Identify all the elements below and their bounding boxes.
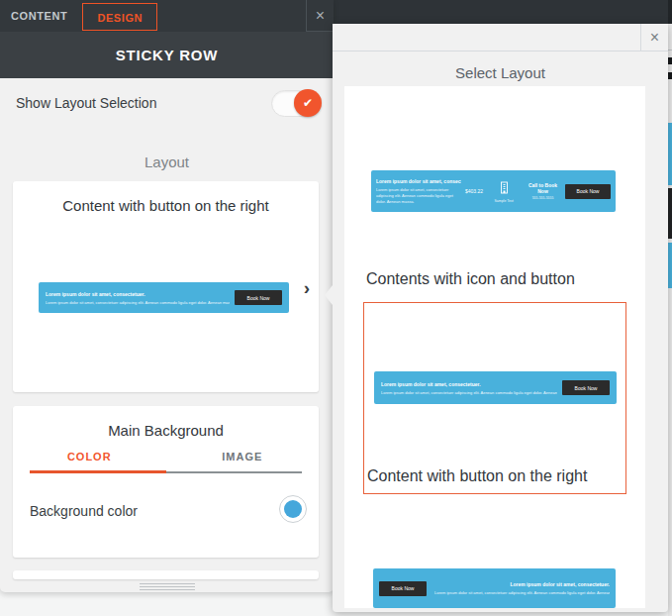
preview-icon-label: Sample Text bbox=[487, 199, 521, 203]
option1-label: Contents with icon and button bbox=[366, 270, 575, 288]
page-edge-sliver bbox=[668, 0, 672, 616]
layout-option-icon-and-button[interactable]: Lorem ipsum dolor sit amet, consectetuer… bbox=[344, 86, 645, 302]
preview-body: Lorem ipsum dolor sit amet, consectetuer… bbox=[381, 390, 557, 395]
close-icon[interactable]: × bbox=[640, 24, 668, 51]
show-layout-selection-row: Show Layout Selection ✔ bbox=[0, 78, 334, 130]
option3-preview-bar: Book Now Lorem ipsum dolor sit amet, con… bbox=[373, 568, 616, 608]
show-layout-selection-toggle[interactable]: ✔ bbox=[271, 90, 321, 117]
preview-book-now-button: Book Now bbox=[562, 380, 610, 395]
layout-option-button-right-selected[interactable]: Lorem ipsum dolor sit amet, consectetuer… bbox=[363, 302, 626, 494]
modal-title: Select Layout bbox=[333, 64, 668, 81]
show-layout-selection-label: Show Layout Selection bbox=[16, 95, 156, 111]
main-background-card: Main Background COLOR IMAGE Background c… bbox=[13, 406, 319, 558]
panel-tabbar: CONTENT DESIGN × bbox=[0, 0, 334, 32]
building-icon bbox=[498, 181, 511, 194]
preview-text-block: Lorem ipsum dolor sit amet, consectetuer… bbox=[434, 581, 610, 595]
panel-body: Show Layout Selection ✔ Layout Content w… bbox=[0, 78, 334, 592]
next-card-edge bbox=[13, 570, 319, 579]
layout-option-button-left[interactable]: Book Now Lorem ipsum dolor sit amet, con… bbox=[344, 568, 645, 608]
option2-preview-bar: Lorem ipsum dolor sit amet, consectetuer… bbox=[374, 371, 617, 404]
preview-text-block: Lorem ipsum dolor sit amet, consectetuer… bbox=[381, 381, 557, 395]
modal-pointer-arrow bbox=[325, 285, 333, 305]
preview-book-now-button: Book Now bbox=[565, 184, 611, 199]
preview-title: Lorem ipsum dolor sit amet, consectetuer… bbox=[46, 291, 230, 297]
preview-body: Lorem ipsum dolor sit amet, consectetuer… bbox=[376, 187, 461, 205]
image-tab-indicator bbox=[166, 471, 303, 473]
layout-card-title: Content with button on the right bbox=[13, 181, 319, 214]
tab-image[interactable]: IMAGE bbox=[166, 451, 320, 462]
preview-title: Lorem ipsum dolor sit amet, consectetuer… bbox=[434, 581, 610, 587]
preview-price: $403.22 bbox=[465, 188, 483, 194]
select-layout-modal: × Select Layout Lorem ipsum dolor sit am… bbox=[333, 24, 668, 612]
option1-preview-bar: Lorem ipsum dolor sit amet, consectetuer… bbox=[371, 170, 616, 212]
subtab-underline bbox=[30, 470, 302, 473]
preview-text-block: Lorem ipsum dolor sit amet, consectetuer… bbox=[46, 291, 230, 305]
close-icon[interactable]: × bbox=[306, 0, 334, 32]
chevron-right-icon[interactable]: › bbox=[304, 277, 310, 299]
main-background-heading: Main Background bbox=[13, 406, 319, 439]
preview-book-now-button: Book Now bbox=[379, 581, 427, 596]
layout-preview-bar: Lorem ipsum dolor sit amet, consectetuer… bbox=[39, 282, 289, 313]
option2-label: Content with button on the right bbox=[367, 467, 587, 485]
preview-call-block: Call to Book Now 555-555-5555 bbox=[525, 182, 561, 200]
tab-content[interactable]: CONTENT bbox=[11, 10, 67, 22]
background-subtabs: COLOR IMAGE bbox=[13, 451, 319, 462]
panel-title: STICKY ROW bbox=[0, 32, 334, 78]
layout-section-heading: Layout bbox=[0, 154, 334, 170]
preview-title: Lorem ipsum dolor sit amet, consectetuer… bbox=[381, 381, 557, 387]
toggle-check-icon: ✔ bbox=[294, 89, 322, 117]
preview-call-title: Call to Book Now bbox=[525, 182, 561, 194]
preview-text-block: Lorem ipsum dolor sit amet, consectetuer… bbox=[376, 178, 461, 205]
sticky-row-settings-panel: CONTENT DESIGN × STICKY ROW Show Layout … bbox=[0, 0, 334, 592]
preview-body: Lorem ipsum dolor sit amet, consectetuer… bbox=[434, 590, 610, 595]
preview-book-now-button: Book Now bbox=[235, 290, 282, 305]
preview-icon-block: Sample Text bbox=[487, 180, 521, 203]
drag-handle[interactable] bbox=[140, 581, 195, 590]
background-color-swatch[interactable] bbox=[279, 495, 307, 523]
screen: CONTENT DESIGN × STICKY ROW Show Layout … bbox=[0, 0, 672, 616]
layout-selection-card[interactable]: Content with button on the right Lorem i… bbox=[13, 181, 319, 392]
modal-header: × bbox=[333, 24, 668, 51]
color-tab-active-indicator bbox=[30, 470, 166, 473]
layout-options-list: Lorem ipsum dolor sit amet, consectetuer… bbox=[344, 86, 645, 608]
tab-design[interactable]: DESIGN bbox=[82, 3, 157, 31]
background-color-label: Background color bbox=[30, 503, 138, 519]
preview-body: Lorem ipsum dolor sit amet, consectetuer… bbox=[46, 300, 230, 305]
preview-call-subtext: 555-555-5555 bbox=[525, 196, 561, 200]
tab-color[interactable]: COLOR bbox=[13, 451, 166, 462]
preview-title: Lorem ipsum dolor sit amet, consectetuer… bbox=[376, 178, 461, 184]
swatch-color-fill bbox=[284, 500, 302, 518]
